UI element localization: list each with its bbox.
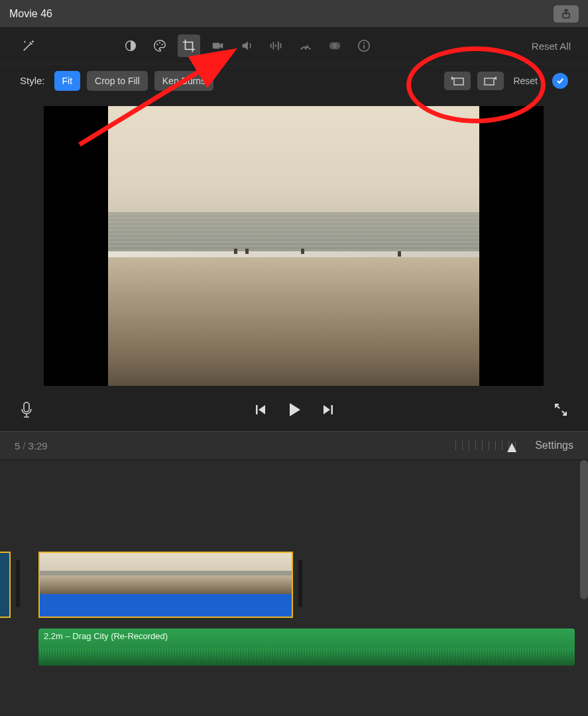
voiceover-button[interactable] bbox=[20, 401, 33, 418]
speedometer-icon bbox=[298, 38, 313, 53]
svg-point-3 bbox=[159, 42, 160, 43]
skip-forward-icon bbox=[322, 403, 335, 416]
volume-button[interactable] bbox=[236, 34, 259, 57]
skip-back-icon bbox=[254, 403, 267, 416]
time-divider: / bbox=[23, 440, 25, 451]
clip-thumbnail bbox=[103, 553, 166, 594]
microphone-icon bbox=[20, 401, 33, 418]
rotate-ccw-button[interactable] bbox=[444, 72, 471, 90]
next-frame-button[interactable] bbox=[322, 403, 335, 416]
zoom-handle[interactable] bbox=[507, 443, 516, 452]
clip-thumbnail bbox=[40, 553, 103, 594]
clip-separator-left[interactable] bbox=[16, 560, 20, 607]
preview-area bbox=[0, 97, 588, 388]
check-icon bbox=[556, 76, 565, 86]
enhance-magic-wand-button[interactable] bbox=[17, 34, 40, 57]
magic-wand-icon bbox=[21, 38, 36, 53]
color-balance-button[interactable] bbox=[119, 34, 142, 57]
timeline-scrollbar[interactable] bbox=[580, 460, 588, 716]
title-bar: Movie 46 bbox=[0, 0, 588, 28]
play-button[interactable] bbox=[286, 401, 303, 418]
crop-style-bar: Style: Fit Crop to Fill Ken Burns Reset bbox=[0, 64, 588, 97]
settings-button[interactable]: Settings bbox=[535, 440, 573, 451]
svg-rect-20 bbox=[24, 402, 29, 412]
svg-rect-19 bbox=[485, 78, 494, 85]
speed-button[interactable] bbox=[294, 34, 317, 57]
style-ken-burns-button[interactable]: Ken Burns bbox=[154, 71, 213, 91]
svg-rect-17 bbox=[363, 45, 365, 49]
svg-rect-6 bbox=[270, 44, 272, 48]
clip-separator-right[interactable] bbox=[298, 560, 302, 607]
audio-track-label: 2.2m – Drag City (Re-Recorded) bbox=[44, 631, 168, 641]
playback-controls bbox=[0, 388, 588, 431]
half-circle-icon bbox=[123, 38, 138, 53]
rotate-ccw-icon bbox=[450, 76, 465, 86]
audio-track[interactable]: 2.2m – Drag City (Re-Recorded) bbox=[38, 628, 575, 666]
info-icon bbox=[357, 38, 371, 53]
style-fit-button[interactable]: Fit bbox=[54, 71, 81, 91]
svg-rect-7 bbox=[273, 42, 274, 50]
rotate-cw-button[interactable] bbox=[477, 72, 504, 90]
color-correction-button[interactable] bbox=[148, 34, 171, 57]
project-title: Movie 46 bbox=[9, 8, 52, 20]
adjustment-toolbar: Reset All bbox=[0, 28, 588, 64]
info-button[interactable] bbox=[353, 34, 375, 57]
clip-filter-button[interactable] bbox=[323, 34, 346, 57]
time-bar: 5 / 3:29 Settings bbox=[0, 431, 588, 460]
timeline[interactable]: 2.2m – Drag City (Re-Recorded) bbox=[0, 460, 588, 716]
video-clip[interactable] bbox=[38, 552, 293, 618]
video-frame bbox=[108, 106, 479, 386]
svg-rect-9 bbox=[278, 42, 279, 50]
total-time: 3:29 bbox=[29, 440, 48, 451]
equalizer-icon bbox=[269, 40, 284, 52]
overlap-circles-icon bbox=[327, 38, 342, 53]
video-preview[interactable] bbox=[44, 106, 544, 386]
svg-rect-8 bbox=[275, 44, 276, 47]
prev-frame-button[interactable] bbox=[254, 403, 267, 416]
share-button[interactable] bbox=[554, 5, 579, 23]
crop-button[interactable] bbox=[178, 34, 200, 57]
clip-thumbnail bbox=[166, 553, 229, 594]
svg-point-14 bbox=[333, 42, 340, 50]
svg-rect-10 bbox=[280, 43, 282, 48]
audio-waveform bbox=[38, 648, 575, 666]
share-icon bbox=[561, 9, 571, 19]
style-label: Style: bbox=[20, 75, 45, 86]
volume-icon bbox=[240, 38, 255, 53]
crop-icon bbox=[182, 38, 196, 53]
palette-icon bbox=[152, 38, 167, 53]
clip-stub[interactable] bbox=[0, 552, 11, 618]
svg-rect-18 bbox=[454, 78, 463, 85]
fullscreen-button[interactable] bbox=[554, 402, 568, 417]
svg-point-2 bbox=[156, 44, 158, 45]
stabilization-button[interactable] bbox=[207, 34, 229, 57]
svg-point-4 bbox=[162, 44, 163, 45]
play-icon bbox=[286, 401, 303, 418]
reset-all-button[interactable]: Reset All bbox=[532, 40, 571, 52]
rotate-cw-icon bbox=[483, 76, 498, 86]
style-crop-to-fill-button[interactable]: Crop to Fill bbox=[87, 71, 148, 91]
expand-icon bbox=[554, 402, 568, 417]
zoom-slider[interactable] bbox=[455, 441, 522, 450]
svg-point-16 bbox=[363, 42, 365, 44]
current-time: 5 bbox=[15, 440, 20, 451]
crop-reset-button[interactable]: Reset bbox=[513, 76, 538, 86]
clip-thumbnail bbox=[229, 553, 292, 594]
clip-audio-strip bbox=[40, 594, 292, 618]
scrollbar-thumb[interactable] bbox=[580, 460, 588, 599]
svg-rect-22 bbox=[331, 405, 333, 414]
svg-rect-5 bbox=[213, 42, 220, 48]
noise-reduction-button[interactable] bbox=[265, 34, 288, 57]
video-camera-icon bbox=[211, 38, 225, 53]
svg-rect-21 bbox=[256, 405, 258, 414]
apply-button[interactable] bbox=[552, 73, 568, 89]
